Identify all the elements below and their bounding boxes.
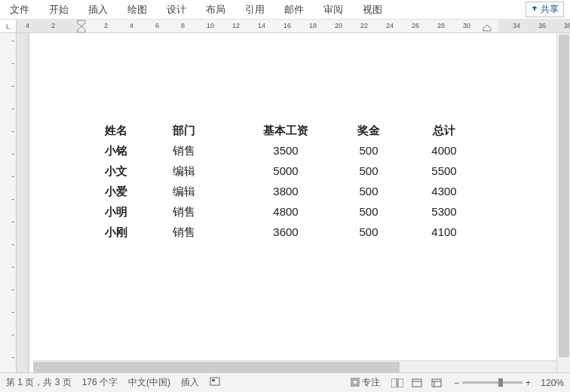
ruler-num: 22 [360,22,368,29]
read-mode-icon[interactable] [391,378,404,388]
cell-bonus: 500 [331,164,406,179]
svg-marker-0 [78,20,85,26]
status-macro-icon[interactable] [210,377,220,388]
zoom-slider[interactable] [462,381,522,384]
scrollbar-thumb[interactable] [559,35,569,357]
svg-rect-4 [212,379,215,381]
cell-total: 4000 [406,144,482,158]
cell-name: 小明 [105,205,173,219]
cell-dept: 销售 [173,144,241,158]
zoom-out-button[interactable]: − [454,378,459,388]
menu-bar: 文件 开始 插入 绘图 设计 布局 引用 邮件 审阅 视图 共享 [0,0,570,20]
cell-dept: 销售 [173,225,241,240]
zoom-in-button[interactable]: + [526,378,531,388]
svg-rect-8 [398,378,403,387]
status-bar: 第 1 页，共 3 页 176 个字 中文(中国) 插入 专注 − + 120% [0,372,570,392]
print-layout-icon[interactable] [410,378,424,388]
menu-design[interactable]: 设计 [157,0,196,20]
ruler-num: 34 [513,22,520,29]
status-language[interactable]: 中文(中国) [128,376,170,389]
ruler-num: 16 [283,22,291,29]
ruler-num: 36 [538,22,546,29]
status-insert-mode[interactable]: 插入 [181,376,199,389]
menu-review[interactable]: 审阅 [314,0,353,20]
ruler-num: 38 [564,22,570,29]
cell-name: 小爱 [105,185,173,199]
cell-dept: 销售 [173,205,241,219]
cell-base: 3500 [241,144,331,158]
cell-name: 小铭 [105,144,173,158]
indent-marker-left[interactable] [77,20,86,33]
horizontal-ruler[interactable]: L · · · · · · · · · · · · · · · · · · · … [0,20,570,33]
svg-marker-2 [483,25,491,31]
share-button[interactable]: 共享 [526,2,564,17]
focus-label: 专注 [362,377,380,387]
page-scroll-area[interactable]: 姓名 部门 基本工资 奖金 总计 小铭 销售 3500 500 4000 小文 … [17,33,570,372]
ruler-num: 24 [386,22,394,29]
cell-total: 4100 [406,225,482,240]
cell-base: 5000 [241,164,331,179]
col-header-bonus: 奖金 [331,124,406,138]
indent-marker-right[interactable] [483,21,492,33]
ruler-num: 18 [309,22,317,29]
cell-dept: 编辑 [173,185,241,199]
menu-layout[interactable]: 布局 [196,0,235,20]
col-header-dept: 部门 [173,124,241,138]
horizontal-scrollbar[interactable]: ▶ [33,360,556,372]
svg-marker-1 [78,26,85,32]
ruler-num: 2 [51,22,55,29]
zoom-percent[interactable]: 120% [534,378,564,388]
zoom-slider-knob[interactable] [498,378,503,387]
vertical-ruler[interactable] [0,33,17,372]
menu-home[interactable]: 开始 [39,0,78,20]
cell-total: 5300 [406,205,482,219]
status-page[interactable]: 第 1 页，共 3 页 [6,376,72,389]
ruler-num: 4 [26,22,29,29]
menu-draw[interactable]: 绘图 [118,0,157,20]
ruler-num: 20 [335,22,342,29]
vertical-scrollbar[interactable] [556,33,570,372]
share-label: 共享 [541,4,559,14]
status-word-count[interactable]: 176 个字 [82,376,118,389]
document-page: 姓名 部门 基本工资 奖金 总计 小铭 销售 3500 500 4000 小文 … [29,33,557,372]
ruler-corner: L [0,20,17,33]
ruler-num: 4 [130,22,133,29]
cell-name: 小文 [105,164,173,179]
ruler-num: 30 [463,22,470,29]
work-area: 姓名 部门 基本工资 奖金 总计 小铭 销售 3500 500 4000 小文 … [0,33,570,372]
cell-total: 4300 [406,185,482,199]
cell-base: 3600 [241,225,331,240]
scrollbar-thumb[interactable] [33,362,400,372]
menu-insert[interactable]: 插入 [78,0,118,20]
col-header-total: 总计 [406,124,482,138]
ruler-num: 14 [258,22,265,29]
svg-rect-9 [412,379,421,387]
cell-bonus: 500 [331,205,406,219]
menu-references[interactable]: 引用 [235,0,274,20]
ruler-num: 10 [207,22,214,29]
menu-file[interactable]: 文件 [0,0,39,20]
cell-base: 3800 [241,185,331,199]
ruler-num: 6 [155,22,159,29]
menu-view[interactable]: 视图 [353,0,392,20]
view-buttons [391,378,443,388]
salary-table: 姓名 部门 基本工资 奖金 总计 小铭 销售 3500 500 4000 小文 … [105,124,482,240]
cell-dept: 编辑 [173,164,241,179]
ruler-num: 26 [412,22,419,29]
ruler-num: 8 [181,22,185,29]
ruler-num: 12 [232,22,240,29]
web-layout-icon[interactable] [430,378,443,388]
col-header-name: 姓名 [105,124,173,138]
cell-name: 小刚 [105,225,173,240]
zoom-control: − + 120% [454,378,564,388]
svg-rect-6 [353,380,357,384]
cell-total: 5500 [406,164,482,179]
ruler-num: 28 [437,22,445,29]
focus-mode-button[interactable]: 专注 [351,376,380,389]
cell-bonus: 500 [331,225,406,240]
cell-bonus: 500 [331,185,406,199]
ruler-num: 2 [104,22,108,29]
col-header-base: 基本工资 [241,124,331,138]
menu-mailings[interactable]: 邮件 [274,0,314,20]
cell-bonus: 500 [331,144,406,158]
